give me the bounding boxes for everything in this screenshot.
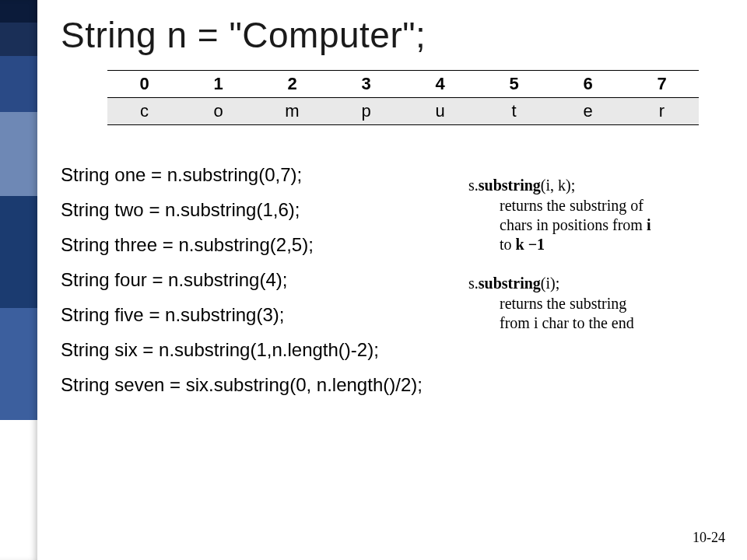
note-block-two-arg: s.substring(i, k); returns the substring… (468, 177, 724, 254)
note-kw-i: i (647, 216, 651, 233)
slide-title: String n = "Computer"; (61, 14, 724, 56)
char-cell: e (551, 98, 625, 125)
note-minus-one: −1 (524, 236, 545, 253)
note-text: to (500, 236, 516, 253)
note-block-one-arg: s.substring(i); returns the substring fr… (468, 275, 724, 333)
note-signature: s.substring(i); (468, 275, 724, 292)
sidebar-decoration (0, 0, 37, 560)
note-args: (i, k); (541, 177, 575, 194)
idx-cell: 4 (403, 71, 477, 98)
code-line: String four = n.substring(4); (61, 271, 465, 289)
slide-content: String n = "Computer"; 0 1 2 3 4 5 6 7 c… (37, 0, 747, 560)
table-row-chars: c o m p u t e r (107, 98, 699, 125)
idx-cell: 3 (329, 71, 403, 98)
idx-cell: 7 (625, 71, 699, 98)
idx-cell: 0 (107, 71, 181, 98)
char-cell: u (403, 98, 477, 125)
table-row-indices: 0 1 2 3 4 5 6 7 (107, 71, 699, 98)
code-column: String one = n.substring(0,7); String tw… (61, 166, 465, 411)
idx-cell: 1 (181, 71, 255, 98)
char-cell: o (181, 98, 255, 125)
code-line: String seven = six.substring(0, n.length… (61, 376, 465, 394)
note-var: s. (468, 275, 479, 292)
note-text: returns the substring of (500, 197, 644, 214)
idx-cell: 5 (477, 71, 551, 98)
char-cell: p (329, 98, 403, 125)
note-kw-k: k (516, 236, 524, 253)
char-cell: m (255, 98, 329, 125)
code-line: String three = n.substring(2,5); (61, 236, 465, 254)
note-method: substring (479, 177, 541, 194)
page-number: 10-24 (693, 530, 725, 546)
note-description: returns the substring from i char to the… (468, 294, 724, 333)
idx-cell: 2 (255, 71, 329, 98)
note-text: chars in positions from (500, 216, 647, 233)
char-cell: r (625, 98, 699, 125)
note-text: returns the substring (500, 295, 626, 312)
code-line: String six = n.substring(1,n.length()-2)… (61, 341, 465, 359)
char-cell: c (107, 98, 181, 125)
note-text: from i char to the end (500, 314, 634, 331)
body-row: String one = n.substring(0,7); String tw… (61, 166, 724, 411)
code-line: String two = n.substring(1,6); (61, 201, 465, 219)
index-table: 0 1 2 3 4 5 6 7 c o m p u t e r (107, 70, 699, 125)
note-method: substring (479, 275, 541, 292)
note-var: s. (468, 177, 479, 194)
code-line: String one = n.substring(0,7); (61, 166, 465, 184)
note-signature: s.substring(i, k); (468, 177, 724, 194)
idx-cell: 6 (551, 71, 625, 98)
char-cell: t (477, 98, 551, 125)
notes-column: s.substring(i, k); returns the substring… (465, 166, 724, 353)
note-args: (i); (541, 275, 559, 292)
code-line: String five = n.substring(3); (61, 306, 465, 324)
note-description: returns the substring of chars in positi… (468, 196, 724, 254)
